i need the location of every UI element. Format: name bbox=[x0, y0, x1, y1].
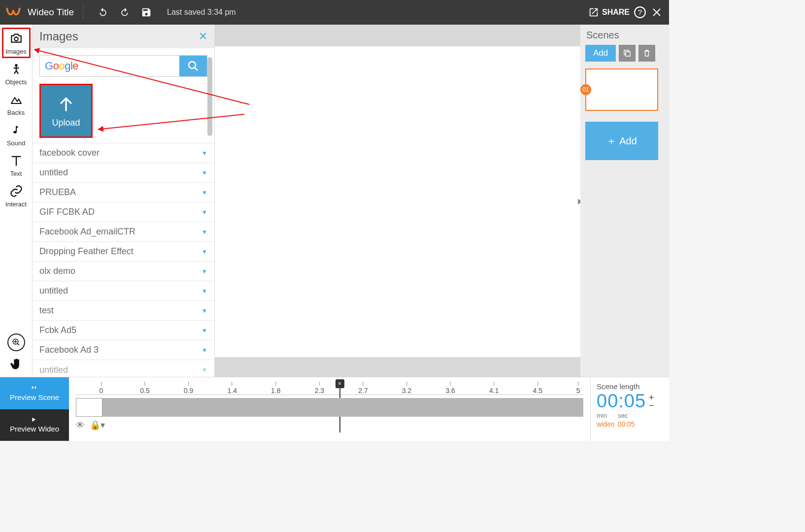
folder-label: olx demo bbox=[39, 266, 75, 276]
folder-row[interactable]: PRUEBA▼ bbox=[33, 183, 214, 202]
wideo-length-label: wideo bbox=[597, 420, 615, 428]
folder-row[interactable]: untitled▼ bbox=[33, 281, 214, 301]
play-icon bbox=[31, 417, 38, 424]
visibility-icon[interactable]: 👁 bbox=[76, 420, 85, 431]
svg-rect-10 bbox=[626, 52, 630, 56]
folder-row[interactable]: Dropping Feather Effect▼ bbox=[33, 242, 214, 262]
scene-thumbnail[interactable]: 01 bbox=[585, 68, 658, 111]
folder-row[interactable]: Facebook Ad_emailCTR▼ bbox=[33, 222, 214, 242]
google-search-input[interactable]: Google bbox=[40, 56, 179, 76]
topbar: Wideo Title Last saved 3:34 pm SHARE ? bbox=[0, 0, 669, 25]
folder-row[interactable]: GIF FCBK AD▼ bbox=[33, 202, 214, 222]
folder-row[interactable]: Fcbk Ad5▼ bbox=[33, 321, 214, 340]
timeline-clip[interactable] bbox=[76, 398, 102, 417]
music-note-icon bbox=[8, 122, 24, 138]
tick: 2.3 bbox=[315, 382, 324, 395]
folder-label: untitled bbox=[39, 167, 68, 178]
left-rail: Images Objects Backs Sound Text Interact bbox=[0, 25, 33, 377]
wideo-logo bbox=[6, 5, 21, 20]
folder-row[interactable]: olx demo▼ bbox=[33, 262, 214, 281]
camera-icon bbox=[8, 31, 24, 46]
close-icon[interactable] bbox=[650, 6, 663, 19]
panel-close-icon[interactable]: ✕ bbox=[199, 30, 207, 43]
folder-row[interactable]: untitled▼ bbox=[33, 163, 214, 183]
text-icon bbox=[8, 153, 24, 168]
svg-point-3 bbox=[15, 64, 18, 67]
rail-sound[interactable]: Sound bbox=[2, 119, 31, 150]
hand-icon[interactable] bbox=[8, 356, 24, 372]
help-icon[interactable]: ? bbox=[634, 6, 646, 19]
folder-label: facebook cover bbox=[39, 148, 100, 158]
rail-interact[interactable]: Interact bbox=[2, 180, 31, 211]
folder-row[interactable]: facebook cover▼ bbox=[33, 143, 214, 163]
chevron-down-icon: ▼ bbox=[201, 327, 207, 334]
search-button[interactable] bbox=[179, 56, 207, 76]
delete-scene-icon[interactable] bbox=[638, 45, 655, 62]
folder-list: facebook cover▼ untitled▼ PRUEBA▼ GIF FC… bbox=[33, 143, 214, 377]
rail-sound-label: Sound bbox=[7, 139, 26, 147]
lock-icon[interactable]: 🔒▾ bbox=[90, 420, 105, 431]
zoom-icon[interactable] bbox=[7, 333, 25, 351]
play-pause-icon bbox=[30, 385, 39, 392]
folder-label: test bbox=[39, 305, 54, 316]
rail-backs-label: Backs bbox=[7, 109, 25, 116]
svg-point-2 bbox=[14, 37, 18, 41]
panel-title: Images bbox=[39, 30, 78, 43]
folder-row[interactable]: untitled▼ bbox=[33, 360, 214, 377]
chevron-down-icon: ▼ bbox=[201, 150, 207, 157]
folder-label: Facebook Ad 3 bbox=[39, 345, 99, 355]
tick: 3.6 bbox=[445, 382, 455, 395]
chevron-down-icon: ▼ bbox=[201, 189, 207, 196]
sec-label: sec bbox=[618, 412, 628, 419]
search-row: Google bbox=[39, 55, 207, 77]
rail-text[interactable]: Text bbox=[2, 150, 31, 180]
preview-wideo-label: Preview Wideo bbox=[10, 425, 59, 433]
upload-button[interactable]: Upload bbox=[39, 84, 93, 138]
scene-length-label: Scene length bbox=[597, 382, 663, 391]
rail-images-label: Images bbox=[5, 48, 27, 55]
rail-images[interactable]: Images bbox=[2, 28, 31, 58]
wideo-length-value: 00:05 bbox=[618, 420, 635, 428]
scene-length-value: 00:05 bbox=[597, 391, 646, 412]
rail-objects[interactable]: Objects bbox=[2, 58, 31, 89]
timeline[interactable]: 0 0.5 0.9 1.4 1.8 2.3 2.7 3.2 3.6 4.1 4.… bbox=[69, 377, 590, 441]
redo-icon[interactable] bbox=[119, 6, 131, 18]
tick: 3.2 bbox=[402, 382, 411, 395]
divider bbox=[83, 5, 83, 20]
rail-interact-label: Interact bbox=[5, 200, 27, 208]
chevron-down-icon: ▼ bbox=[201, 229, 207, 235]
add-scene-big-button[interactable]: ＋ Add bbox=[585, 122, 658, 160]
folder-row[interactable]: Facebook Ad 3▼ bbox=[33, 340, 214, 360]
chevron-down-icon: ▼ bbox=[201, 209, 207, 216]
bottom-bar: Preview Scene Preview Wideo 0 0.5 0.9 1.… bbox=[0, 377, 669, 441]
folder-label: PRUEBA bbox=[39, 187, 76, 198]
folder-label: Dropping Feather Effect bbox=[39, 246, 134, 257]
folder-label: untitled bbox=[39, 365, 68, 375]
playhead[interactable]: ≡ bbox=[335, 379, 344, 388]
tick: 0.9 bbox=[184, 382, 193, 395]
folder-row[interactable]: test▼ bbox=[33, 301, 214, 321]
panel-scrollbar[interactable] bbox=[207, 57, 212, 136]
scene-number-badge: 01 bbox=[580, 84, 591, 95]
rail-objects-label: Objects bbox=[5, 78, 27, 86]
project-title[interactable]: Wideo Title bbox=[28, 7, 74, 18]
duplicate-scene-icon[interactable] bbox=[619, 45, 636, 62]
tick: 4.1 bbox=[489, 382, 499, 395]
add-scene-small-button[interactable]: Add bbox=[585, 45, 616, 62]
chevron-down-icon: ▼ bbox=[201, 268, 207, 275]
timeline-ruler[interactable]: 0 0.5 0.9 1.4 1.8 2.3 2.7 3.2 3.6 4.1 4.… bbox=[76, 381, 583, 395]
save-icon[interactable] bbox=[140, 6, 152, 18]
preview-scene-button[interactable]: Preview Scene bbox=[0, 377, 69, 409]
share-button[interactable]: SHARE bbox=[588, 7, 630, 18]
svg-point-6 bbox=[189, 62, 196, 68]
undo-icon[interactable] bbox=[97, 6, 109, 18]
length-minus-button[interactable]: − bbox=[649, 401, 654, 409]
tick: 5 bbox=[576, 382, 580, 395]
last-saved-label: Last saved 3:34 pm bbox=[167, 8, 236, 17]
preview-wideo-button[interactable]: Preview Wideo bbox=[0, 409, 69, 441]
canvas[interactable]: ▶ bbox=[215, 25, 580, 377]
rail-backs[interactable]: Backs bbox=[2, 89, 31, 119]
folder-label: Facebook Ad_emailCTR bbox=[39, 227, 135, 237]
folder-label: Fcbk Ad5 bbox=[39, 325, 76, 335]
timeline-track[interactable] bbox=[76, 398, 583, 417]
